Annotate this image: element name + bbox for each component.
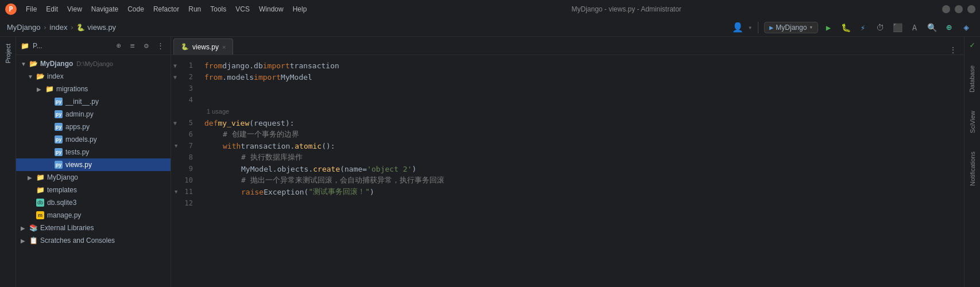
tree-arrow-ext-libs: ▶ — [21, 225, 28, 231]
app-logo: P — [5, 3, 17, 15]
line-num-9: 9 — [171, 163, 200, 174]
debug-button[interactable]: 🐛 — [839, 21, 853, 34]
menu-view[interactable]: View — [63, 3, 86, 15]
right-panel: ✓ Database SciView Notifications — [964, 37, 980, 287]
sidebar-tab-database[interactable]: Database — [969, 62, 977, 96]
panel-icon-collapse[interactable]: ≡ — [127, 40, 138, 52]
line-num-12: 12 — [171, 197, 200, 209]
menu-window[interactable]: Window — [255, 3, 288, 15]
fold-icon-5[interactable]: ▼ — [173, 120, 177, 126]
breadcrumb-filename: views.py — [87, 23, 116, 32]
project-label[interactable]: Project — [5, 41, 11, 65]
extra-button[interactable]: ◈ — [959, 21, 973, 34]
tree-item-admin[interactable]: py admin.py — [16, 108, 171, 121]
svg-text:P: P — [9, 5, 13, 13]
tree-item-migrations[interactable]: ▶ 📁 migrations — [16, 83, 171, 95]
search-button[interactable]: 🔍 — [925, 21, 939, 34]
folder-icon-mydjango-sub: 📁 — [36, 173, 45, 182]
tree-item-ext-libs[interactable]: ▶ 📚 External Libraries — [16, 222, 171, 234]
tab-close-button[interactable]: × — [222, 44, 226, 51]
line-num-8: 8 — [171, 152, 200, 163]
fold-icon-1[interactable]: ▼ — [173, 63, 177, 69]
code-line-12 — [204, 197, 964, 209]
tree-item-mydjango[interactable]: ▼ 📂 MyDjango D:\MyDjango — [16, 57, 171, 70]
tree-arrow-migrations: ▶ — [37, 86, 44, 92]
menu-code[interactable]: Code — [123, 3, 148, 15]
breadcrumb-file[interactable]: 🐍 views.py — [76, 23, 116, 32]
panel-icon-settings[interactable]: ⚙ — [141, 40, 152, 52]
notifications-tab-label: Notifications — [969, 152, 976, 186]
folder-icon-templates: 📁 — [36, 185, 45, 195]
sidebar-tab-notifications[interactable]: Notifications — [969, 148, 976, 189]
breadcrumb-sep2: › — [69, 23, 74, 32]
menu-vcs[interactable]: VCS — [231, 3, 254, 15]
tab-menu-button[interactable]: ⋮ — [944, 45, 962, 55]
tree-item-manage[interactable]: m manage.py — [16, 209, 171, 222]
fold-icon-2[interactable]: ▼ — [173, 74, 177, 80]
tree-item-index[interactable]: ▼ 📂 index — [16, 70, 171, 83]
menu-help[interactable]: Help — [289, 3, 311, 15]
panel-icon-locate[interactable]: ⊕ — [113, 40, 125, 52]
tree-label-apps: apps.py — [65, 123, 90, 131]
run-configuration[interactable]: ▶ MyDjango ▾ — [764, 22, 818, 33]
file-icon-models: py — [54, 135, 63, 144]
tree-item-scratches[interactable]: ▶ 📋 Scratches and Consoles — [16, 234, 171, 247]
tree-label-manage: manage.py — [47, 211, 81, 219]
menu-run[interactable]: Run — [184, 3, 205, 15]
tree-label-views: views.py — [65, 161, 92, 169]
menu-navigate[interactable]: Navigate — [87, 3, 122, 15]
tree-item-init[interactable]: py __init__.py — [16, 95, 171, 108]
tree-item-tests[interactable]: py tests.py — [16, 146, 171, 158]
tree-item-db[interactable]: db db.sqlite3 — [16, 196, 171, 209]
tree-item-apps[interactable]: py apps.py — [16, 121, 171, 133]
tree-label-tests: tests.py — [65, 148, 89, 156]
tab-file-icon: 🐍 — [181, 43, 189, 51]
tree-arrow-mydjango: ▼ — [21, 61, 28, 67]
panel-icon-menu[interactable]: ⋮ — [154, 40, 166, 52]
line-num-6: 6 — [171, 129, 200, 140]
close-button[interactable]: × — [967, 5, 975, 13]
file-icon-init: py — [54, 97, 63, 106]
minimize-button[interactable]: — — [942, 5, 950, 13]
menu-file[interactable]: File — [22, 3, 41, 15]
breadcrumb-folder[interactable]: index — [49, 23, 67, 32]
fold-icon-7[interactable]: ▼ — [175, 143, 177, 149]
run-button[interactable]: ▶ — [822, 21, 835, 34]
code-line-3 — [204, 83, 964, 94]
code-editor: ▼ 1 ▼ 2 3 4 ▼ 5 6 ▼ 7 8 — [171, 55, 964, 287]
tree-label-models: models.py — [65, 135, 97, 144]
code-line-5: def my_view ( request ): — [204, 117, 964, 129]
tree-spacer-db — [28, 200, 34, 206]
tree-label-admin: admin.py — [65, 110, 94, 118]
sidebar-tab-sciview[interactable]: SciView — [969, 107, 976, 137]
translate-button[interactable]: A — [908, 21, 921, 34]
tree-item-templates[interactable]: 📁 templates — [16, 184, 171, 196]
line-num-2: ▼ 2 — [171, 71, 200, 83]
profile-dropdown: ▾ — [748, 24, 752, 32]
menu-refactor[interactable]: Refactor — [149, 3, 183, 15]
code-content[interactable]: from django.db import transaction from .… — [200, 55, 964, 287]
status-check-area: ✓ — [964, 37, 980, 53]
tree-item-mydjango-sub[interactable]: ▶ 📁 MyDjango — [16, 171, 171, 184]
profile-run-button[interactable]: ⏱ — [873, 21, 887, 34]
code-line-10: # 抛出一个异常来测试回滚，会自动捕获异常，执行事务回滚 — [204, 174, 964, 186]
tree-label-scratches: Scratches and Consoles — [40, 236, 115, 245]
breadcrumb-project[interactable]: MyDjango — [7, 23, 41, 32]
breadcrumb-sep1: › — [43, 23, 48, 32]
folder-icon-migrations: 📁 — [45, 84, 54, 94]
coverage-button[interactable]: ⚡ — [856, 21, 870, 34]
project-stripe: Project — [0, 37, 16, 287]
tree-label-db: db.sqlite3 — [47, 199, 76, 207]
menu-edit[interactable]: Edit — [42, 3, 62, 15]
profile-button[interactable]: 👤 — [731, 21, 745, 34]
tree-item-views[interactable]: py views.py — [16, 158, 171, 171]
tab-views-py[interactable]: 🐍 views.py × — [173, 38, 233, 55]
plugin-button[interactable]: ⊕ — [942, 21, 956, 34]
file-icon-views: py — [54, 160, 63, 169]
line-num-7: ▼ 7 — [171, 140, 200, 152]
stop-button[interactable]: ⬛ — [890, 21, 904, 34]
tree-item-models[interactable]: py models.py — [16, 133, 171, 146]
fold-icon-11[interactable]: ▼ — [175, 189, 177, 195]
menu-tools[interactable]: Tools — [206, 3, 230, 15]
maximize-button[interactable]: □ — [955, 5, 963, 13]
